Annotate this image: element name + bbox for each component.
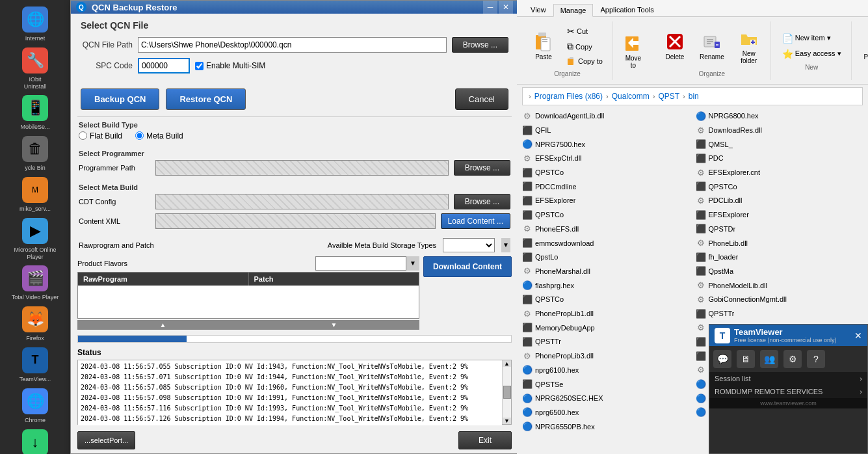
tv-remote-icon[interactable]: 🖥 [737, 350, 755, 368]
file-item[interactable]: ⬛QPSTTr [693, 307, 823, 321]
exit-button[interactable]: Exit [458, 431, 512, 449]
file-item[interactable]: ⬛QPSTCo [519, 166, 650, 180]
tv-settings-icon[interactable]: ⚙ [783, 350, 802, 368]
flat-build-radio[interactable] [79, 131, 87, 140]
programmer-browse-button[interactable]: Browse ... [454, 160, 510, 176]
product-flavors-input[interactable] [315, 256, 406, 271]
storage-types-select[interactable] [443, 238, 495, 252]
backup-qcn-button[interactable]: Backup QCN [81, 88, 159, 110]
taskbar-icon-chrome[interactable]: 🌐 Chrome [9, 388, 61, 424]
file-item[interactable]: ⚙DownloadAgentLib.dll [519, 109, 650, 123]
browse-button[interactable]: Browse ... [452, 37, 508, 53]
taskbar-icon-internet[interactable]: 🌐 Internet [9, 7, 61, 42]
taskbar-icon-recycle[interactable]: 🗑 ycle Bin [9, 136, 61, 172]
file-item[interactable]: ⚙PhonePropLib3.dll [519, 349, 650, 363]
taskbar-icon-miko[interactable]: M miko_serv... [9, 177, 61, 213]
tab-view[interactable]: View [523, 3, 553, 16]
file-item[interactable]: ⬛QPSTCo [693, 180, 823, 193]
file-item[interactable]: ⚙PhoneEFS.dll [519, 222, 650, 236]
properties-button[interactable]: Properties [858, 28, 868, 64]
file-item[interactable]: ⚙PhoneLib.dll [693, 236, 823, 250]
minimize-button[interactable]: ─ [483, 1, 497, 14]
breadcrumb-qpst[interactable]: QPST [657, 92, 681, 101]
file-item[interactable]: ⬛QPSTDr [693, 222, 823, 236]
tv-close-button[interactable]: ✕ [854, 330, 862, 341]
file-item[interactable]: ⬛QpstMa [693, 265, 823, 278]
taskbar-icon-download[interactable]: ↓ Internet Downlo... [9, 429, 61, 454]
taskbar-icon-firefox[interactable]: 🦊 Firefox [9, 306, 61, 342]
cut-button[interactable]: ✂ Cut [562, 24, 607, 38]
taskbar-icon-teamviewer[interactable]: T TeamView... [9, 347, 61, 383]
tv-contacts-icon[interactable]: 👥 [760, 350, 778, 368]
file-item[interactable]: ⚙PhonePropLib1.dll [519, 307, 650, 321]
file-item[interactable]: 🔵nprg6100.hex [519, 363, 650, 377]
back-button[interactable]: Moveto [617, 29, 650, 72]
spc-input[interactable] [138, 58, 190, 73]
scroll-up-arrow[interactable]: ▲ [77, 320, 248, 330]
download-content-button[interactable]: Download Content [423, 256, 512, 277]
file-item[interactable]: ⬛PDC [693, 152, 823, 165]
copy-button[interactable]: ⧉ Copy [562, 39, 607, 54]
paste-to-button[interactable]: Copy to [562, 55, 607, 68]
file-item[interactable]: ⚙PhoneMarshal.dll [519, 265, 650, 278]
scroll-down-arrow[interactable]: ▼ [248, 320, 419, 330]
tab-manage[interactable]: Manage [553, 4, 594, 17]
file-item[interactable]: ⚙PDCLib.dll [693, 194, 823, 207]
product-flavors-arrow[interactable]: ▼ [406, 256, 419, 271]
new-item-button[interactable]: 📄 New item ▾ [778, 31, 846, 46]
file-item[interactable]: ⚙DownloadRes.dll [693, 124, 823, 137]
tv-help-icon[interactable]: ? [807, 350, 825, 368]
status-scroll-down[interactable]: ▼ [503, 418, 511, 424]
load-content-button[interactable]: Load Content ... [441, 213, 510, 229]
storage-dropdown-arrow[interactable]: ▼ [501, 238, 510, 252]
file-item[interactable]: ⬛QPSTSe [519, 377, 650, 391]
file-item[interactable]: ⬛EFSExplorer [519, 194, 650, 207]
file-item[interactable]: 🔵NPRG6550PB.hex [519, 420, 650, 433]
breadcrumb-qualcomm[interactable]: Qualcomm [611, 92, 651, 101]
tv-chat-icon[interactable]: 💬 [713, 350, 731, 368]
file-item[interactable]: ⬛PDCCmdline [519, 180, 650, 193]
file-item[interactable]: ⬛QPSTCo [519, 293, 650, 306]
status-scroll-up[interactable]: ▲ [503, 360, 511, 367]
qcn-path-input[interactable] [138, 37, 447, 53]
new-folder-button[interactable]: Newfolder [733, 25, 765, 68]
cancel-button[interactable]: Cancel [455, 88, 508, 110]
taskbar-icon-totalvideo[interactable]: 🎬 Total Video Player [9, 265, 61, 301]
paste-button[interactable]: Paste [527, 28, 560, 64]
tab-application-tools[interactable]: Application Tools [593, 3, 661, 16]
file-item[interactable]: 🔵nprg6500.hex [519, 406, 650, 420]
file-item[interactable]: ⬛MemoryDebugApp [519, 321, 650, 334]
file-item[interactable]: 🔵flashprg.hex [519, 278, 650, 292]
file-item[interactable]: ⬛QFIL [519, 124, 650, 137]
file-item[interactable]: ⬛QMSL_ [693, 137, 823, 151]
cdt-browse-button[interactable]: Browse ... [454, 194, 510, 209]
file-item[interactable]: ⬛QpstLo [519, 250, 650, 264]
file-item[interactable]: 🔵NPRG6250SEC.HEX [519, 392, 650, 405]
file-item[interactable]: ⚙EFSExplorer.cnt [693, 166, 823, 180]
file-item[interactable]: ⚙EFSExpCtrl.dll [519, 152, 650, 165]
file-item[interactable]: ⬛EFSExplorer [693, 208, 823, 222]
select-port-button[interactable]: ...selectPort... [77, 431, 135, 449]
restore-qcn-button[interactable]: Restore QCN [166, 88, 246, 110]
breadcrumb-program-files[interactable]: Program Files (x86) [533, 92, 604, 101]
status-scrollbar[interactable]: ▲ ▼ [502, 360, 511, 424]
file-item[interactable]: 🔵NPRG7500.hex [519, 137, 650, 151]
file-item[interactable]: ⚙GobiConnectionMgmt.dll [693, 293, 823, 306]
taskbar-icon-mobile[interactable]: 📱 MobileSe... [9, 95, 61, 131]
file-item[interactable]: ⬛QPSTTr [519, 335, 650, 349]
rename-button[interactable]: Rename [694, 28, 730, 64]
taskbar-icon-microsoft[interactable]: ▶ Microsoft Online Player [9, 218, 61, 261]
file-item[interactable]: ⬛QPSTCo [519, 208, 650, 222]
file-item[interactable]: ⚙PhoneModelLib.dll [693, 278, 823, 292]
easy-access-button[interactable]: ⭐ Easy access ▾ [778, 47, 846, 61]
tv-romdump-arrow[interactable]: › [860, 388, 862, 395]
file-item[interactable]: ⬛emmcswdownload [519, 236, 650, 250]
file-item[interactable]: 🔵NPRG6800.hex [693, 109, 823, 123]
taskbar-icon-iobit[interactable]: 🔧 IObitUninstall [9, 47, 61, 90]
tv-session-arrow[interactable]: › [860, 375, 862, 382]
enable-multi-sim-checkbox[interactable] [195, 62, 204, 70]
close-button[interactable]: ✕ [499, 1, 513, 14]
meta-build-radio[interactable] [135, 131, 144, 140]
breadcrumb-bin[interactable]: bin [687, 92, 700, 101]
delete-button[interactable]: Delete [659, 28, 691, 64]
